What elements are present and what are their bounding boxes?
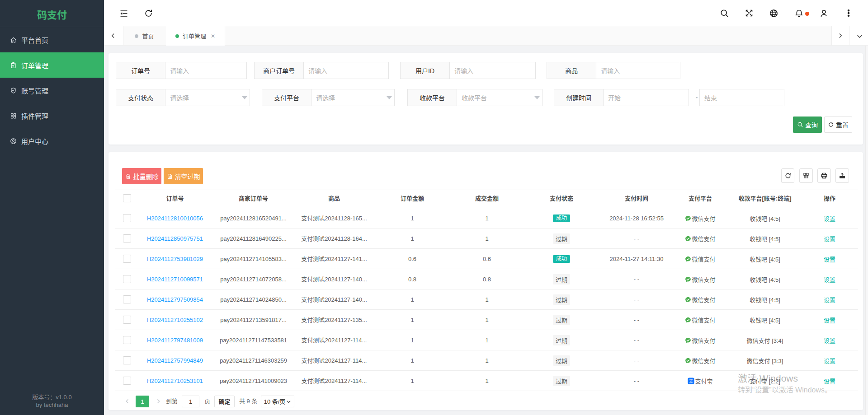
svg-text:支: 支 [689,378,693,383]
